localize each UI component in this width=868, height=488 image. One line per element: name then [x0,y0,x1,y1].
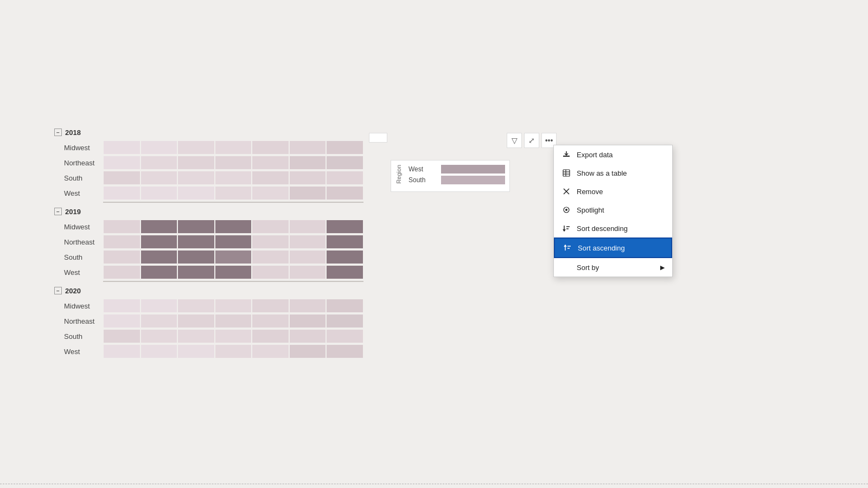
chart-toolbar: ▽ ⤢ ••• [507,133,557,148]
cell [290,345,326,358]
cell [215,235,252,248]
menu-label-remove: Remove [577,188,603,196]
cells-2018-West [103,187,363,200]
cell [215,156,252,169]
cell [327,345,363,358]
menu-icon-show-as-table [561,168,571,178]
svg-rect-0 [563,156,570,157]
svg-rect-1 [563,170,570,176]
menu-label-sort-descending: Sort descending [577,224,628,233]
year-row-2020: −2020 [54,283,401,298]
cell [327,299,363,312]
cell [252,141,289,154]
expand-icon: ⤢ [528,136,535,145]
region-row-2018-Midwest: Midwest [54,140,401,155]
cells-2020-Northeast [103,314,363,328]
region-row-2020-West: West [54,344,401,359]
menu-item-sort-descending[interactable]: Sort descending [554,219,672,237]
cell [290,299,326,312]
region-label-West: West [54,268,103,277]
menu-item-sort-ascending[interactable]: Sort ascending [554,237,672,258]
cell [327,330,363,343]
region-label-Northeast: Northeast [54,159,103,167]
cell [327,187,363,200]
region-label-West: West [54,348,103,356]
region-row-2019-Northeast: Northeast [54,234,401,249]
region-label-Midwest: Midwest [54,302,103,310]
region-row-2018-West: West [54,185,401,201]
cell [215,141,252,154]
year-text-2019: 2019 [65,208,81,216]
context-menu: Export dataShow as a tableRemoveSpotligh… [553,145,673,277]
cell [215,251,252,264]
cell [215,171,252,184]
expand-button[interactable]: ⤢ [524,133,539,148]
year-header-cells-2018 [103,126,363,139]
menu-icon-sort-ascending [563,243,572,253]
filter-button[interactable]: ▽ [507,133,522,148]
region-row-2018-South: South [54,170,401,185]
cell [290,220,326,233]
cell [290,171,326,184]
cell [252,345,289,358]
cell [104,141,140,154]
menu-label-sort-ascending: Sort ascending [578,244,625,252]
cell [104,330,140,343]
cell [215,314,252,328]
cells-2019-South [103,251,363,264]
cell [141,235,177,248]
menu-item-show-as-table[interactable]: Show as a table [554,164,672,182]
cell [215,187,252,200]
heatmap-chart: −2018MidwestNortheastSouthWest−2019Midwe… [54,125,401,359]
chart-legend: Region West South [391,160,510,192]
cell [178,330,214,343]
submenu-arrow-sort-by: ▶ [660,264,665,271]
cell [141,171,177,184]
year-row-2018: −2018 [54,125,401,140]
cell [327,235,363,248]
menu-label-sort-by: Sort by [577,264,599,272]
bottom-border [0,484,868,488]
cell [141,187,177,200]
menu-icon-remove [561,187,571,196]
cell [252,220,289,233]
cell [178,156,214,169]
menu-item-spotlight[interactable]: Spotlight [554,201,672,219]
cell [141,266,177,279]
collapse-icon-2020[interactable]: − [54,287,62,294]
region-row-2018-Northeast: Northeast [54,155,401,170]
cells-2020-Midwest [103,299,363,312]
menu-item-sort-by[interactable]: Sort by▶ [554,258,672,277]
region-label-Northeast: Northeast [54,317,103,325]
cell [178,314,214,328]
menu-item-remove[interactable]: Remove [554,182,672,201]
cell [104,235,140,248]
svg-point-8 [565,209,567,211]
year-header-cells-2020 [103,284,363,297]
cells-2020-West [103,345,363,358]
region-label-Midwest: Midwest [54,144,103,152]
cells-2019-Midwest [103,220,363,233]
region-label-Northeast: Northeast [54,238,103,246]
collapse-icon-2019[interactable]: − [54,208,62,215]
cell [141,156,177,169]
cells-2020-South [103,330,363,343]
year-row-2019: −2019 [54,204,401,219]
cell [290,266,326,279]
cell [141,251,177,264]
cell [104,187,140,200]
collapse-icon-2018[interactable]: − [54,129,62,136]
cell [215,266,252,279]
cell [178,266,214,279]
cell [178,235,214,248]
cell [252,314,289,328]
region-row-2019-Midwest: Midwest [54,219,401,234]
cell [104,266,140,279]
cell [327,266,363,279]
cell [290,156,326,169]
cells-2019-West [103,266,363,279]
year-text-2020: 2020 [65,287,81,295]
cell [104,220,140,233]
year-text-2018: 2018 [65,129,81,137]
menu-item-export-data[interactable]: Export data [554,145,672,164]
